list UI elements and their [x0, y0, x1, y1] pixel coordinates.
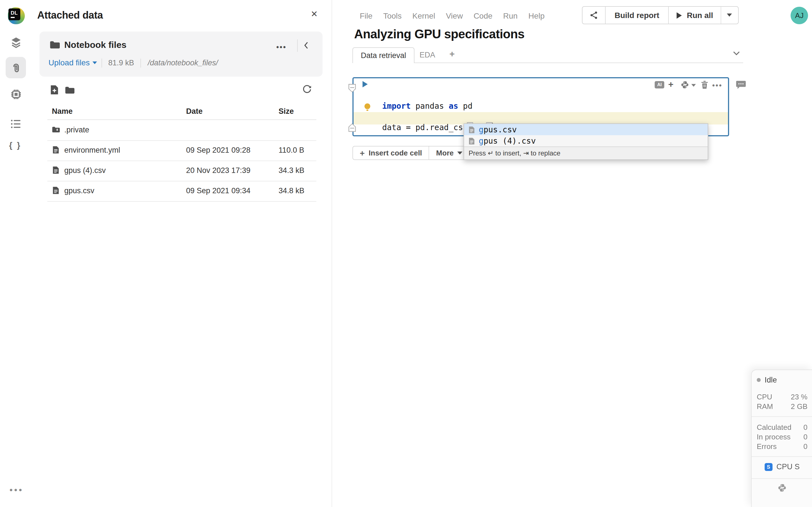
col-header-name[interactable]: Name — [52, 107, 73, 115]
insert-cell-bar: + Insert code cell More — [352, 146, 470, 160]
file-icon — [52, 166, 59, 174]
notebook-title[interactable]: Analyzing GPU specifications — [354, 27, 524, 42]
environment-chip-icon[interactable] — [10, 88, 22, 101]
menu-file[interactable]: File — [360, 11, 372, 20]
caret-down-icon — [458, 152, 463, 155]
files-path-label: /data/notebook_files/ — [148, 59, 218, 67]
layers-icon[interactable] — [10, 36, 22, 48]
tab-data-retrieval[interactable]: Data retrieval — [352, 47, 414, 63]
autocomplete-hint: Press ↵ to insert, ⇥ to replace — [464, 147, 708, 159]
meta-divider — [140, 59, 141, 68]
machine-badge-icon: S — [765, 463, 772, 471]
menu-code[interactable]: Code — [474, 11, 493, 20]
col-header-size[interactable]: Size — [278, 107, 294, 115]
col-header-date[interactable]: Date — [186, 107, 203, 115]
table-row[interactable]: environment.yml 09 Sep 2021 09:28 110.0 … — [47, 140, 316, 161]
tab-eda[interactable]: EDA — [419, 51, 435, 59]
collapse-panel-chevron-icon[interactable] — [303, 41, 308, 50]
keyword-as: as — [449, 101, 458, 110]
caret-down-icon[interactable] — [691, 84, 696, 87]
logo-underscore — [11, 17, 15, 18]
logo-letters: DL — [11, 10, 18, 16]
panel-main-divider — [332, 0, 332, 507]
python-kernel-icon[interactable] — [777, 483, 786, 492]
comment-icon[interactable] — [736, 80, 746, 90]
table-row[interactable]: gpus (4).csv 20 Nov 2023 17:39 34.3 kB — [47, 161, 316, 181]
code-text: data = pd.read_csv — [382, 123, 467, 132]
build-report-button[interactable]: Build report — [606, 7, 669, 24]
upload-files-button[interactable]: Upload files — [49, 58, 97, 67]
add-tab-button[interactable]: + — [449, 49, 455, 59]
file-icon — [469, 126, 475, 133]
meta-divider — [101, 59, 102, 68]
run-all-button[interactable]: Run all — [669, 7, 721, 24]
insert-code-cell-button[interactable]: + Insert code cell — [353, 147, 429, 159]
file-icon — [52, 186, 59, 194]
attached-data-title: Attached data — [37, 10, 103, 21]
add-folder-icon[interactable] — [65, 86, 74, 94]
run-cell-icon[interactable] — [362, 80, 368, 88]
errors-counter: Errors 0 — [757, 442, 808, 451]
menu-help[interactable]: Help — [528, 11, 545, 20]
file-name: environment.yml — [64, 146, 120, 154]
python-cell-type-icon[interactable] — [680, 80, 689, 89]
file-date: 09 Sep 2021 09:34 — [186, 186, 250, 195]
menu-run[interactable]: Run — [503, 11, 518, 20]
table-row[interactable]: gpus.csv 09 Sep 2021 09:34 34.8 kB — [47, 181, 316, 201]
match-prefix: g — [479, 125, 484, 134]
card-menu-icon[interactable]: ••• — [276, 43, 287, 51]
cell-fold-handle[interactable] — [349, 84, 356, 93]
private-folder-icon — [52, 126, 60, 133]
kernel-state-label: Idle — [765, 376, 777, 384]
menu-tools[interactable]: Tools — [383, 11, 402, 20]
avatar[interactable]: AJ — [791, 7, 808, 24]
row-divider — [47, 201, 316, 202]
file-name: .private — [64, 126, 89, 134]
attached-data-rail-item[interactable] — [6, 57, 26, 78]
variables-braces-icon[interactable]: { } — [9, 140, 21, 150]
machine-label: CPU S — [776, 462, 800, 471]
panel-divider — [752, 416, 812, 417]
ai-assistant-button[interactable]: AI — [655, 81, 664, 89]
table-of-contents-icon[interactable] — [10, 118, 22, 130]
datalore-logo-icon[interactable]: DL — [8, 7, 25, 24]
refresh-icon[interactable] — [302, 84, 312, 94]
machine-selector[interactable]: S CPU S — [752, 462, 812, 471]
file-name: gpus (4).csv — [64, 166, 106, 175]
lightbulb-intention-icon[interactable] — [364, 103, 371, 112]
cell-menu-icon[interactable]: ••• — [712, 81, 722, 90]
paperclip-icon — [10, 62, 22, 73]
autocomplete-item[interactable]: gpus (4).csv — [464, 135, 708, 147]
share-button[interactable] — [582, 7, 606, 24]
file-icon — [52, 146, 59, 154]
run-options-button[interactable] — [721, 7, 738, 24]
autocomplete-item-selected[interactable]: gpus.csv — [464, 124, 708, 135]
kernel-status-panel: Idle CPU 23 % RAM 2 GB Calculated 0 In p… — [751, 370, 812, 507]
close-icon[interactable]: ✕ — [311, 9, 318, 19]
file-date: 20 Nov 2023 17:39 — [186, 166, 250, 175]
upload-files-label: Upload files — [49, 58, 90, 67]
status-dot-icon — [757, 378, 761, 382]
cell-fold-handle[interactable] — [349, 123, 356, 132]
calculated-counter: Calculated 0 — [757, 423, 808, 432]
notebook-files-card: Notebook files ••• Upload files 81.9 kB … — [40, 32, 322, 76]
counter-label: Errors — [757, 442, 777, 451]
add-file-icon[interactable] — [50, 85, 59, 95]
menu-kernel[interactable]: Kernel — [412, 11, 435, 20]
run-all-label: Run all — [687, 11, 713, 20]
build-report-label: Build report — [615, 11, 659, 20]
chevron-down-icon[interactable] — [733, 51, 740, 55]
autocomplete-popup: gpus.csv gpus (4).csv Press ↵ to insert,… — [463, 123, 708, 160]
add-cell-icon[interactable]: + — [668, 80, 673, 89]
caret-down-icon — [93, 61, 97, 64]
code-text: pandas — [411, 101, 449, 110]
plus-icon: + — [360, 149, 365, 157]
more-label: More — [436, 149, 454, 157]
suggestion-text: pus.csv — [484, 125, 517, 134]
table-row[interactable]: .private — [47, 120, 316, 140]
menu-view[interactable]: View — [446, 11, 463, 20]
rail-overflow-icon[interactable]: ••• — [10, 485, 24, 495]
card-divider — [297, 40, 298, 52]
delete-cell-icon[interactable] — [701, 80, 708, 89]
cpu-metric: CPU 23 % — [757, 393, 808, 401]
